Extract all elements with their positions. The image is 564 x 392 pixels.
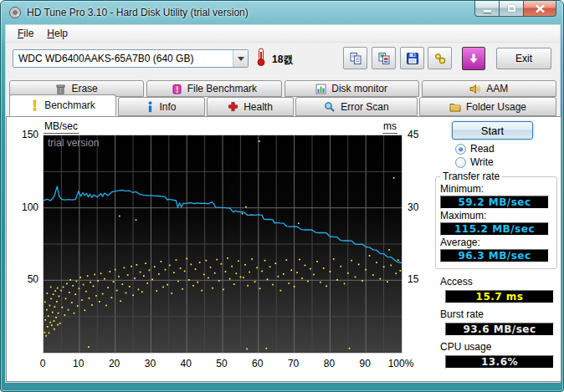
y-left-tick: 150 bbox=[10, 129, 38, 140]
read-radio-circle[interactable] bbox=[455, 144, 466, 155]
app-icon bbox=[8, 6, 22, 19]
window-controls bbox=[474, 1, 556, 17]
tab-label: Benchmark bbox=[44, 99, 95, 111]
info-icon bbox=[146, 101, 154, 113]
benchmark-panel: MB/sec ms 150100504530150102030405060708… bbox=[6, 116, 561, 382]
benchmark-chart: trial version bbox=[43, 135, 402, 354]
close-icon bbox=[536, 5, 545, 13]
access-label: Access bbox=[440, 276, 473, 288]
x-tick: 100% bbox=[388, 358, 414, 369]
tab-label: Folder Usage bbox=[466, 101, 526, 113]
menu-file[interactable]: File bbox=[11, 25, 40, 42]
y-left-tick: 100 bbox=[10, 201, 38, 213]
x-tick: 30 bbox=[145, 358, 156, 369]
client-area: FileHelp WDC WD6400AAKS-65A7B0 (640 GB) … bbox=[5, 24, 561, 383]
tab-error-scan[interactable]: Error Scan bbox=[295, 97, 418, 116]
exit-button[interactable]: Exit bbox=[496, 48, 551, 69]
options-button[interactable] bbox=[428, 47, 452, 69]
x-tick: 40 bbox=[181, 358, 192, 369]
tab-label: Health bbox=[244, 101, 273, 113]
speaker-icon bbox=[469, 84, 481, 94]
average-value: 96.3 MB/sec bbox=[440, 249, 549, 262]
trial-watermark: trial version bbox=[48, 137, 99, 149]
close-button[interactable] bbox=[523, 1, 556, 17]
y-left-tick: 50 bbox=[10, 273, 38, 285]
titlebar[interactable]: HD Tune Pro 3.10 - Hard Disk Utility (tr… bbox=[1, 1, 563, 24]
y-right-tick: 45 bbox=[408, 129, 418, 140]
read-label: Read bbox=[470, 143, 495, 155]
download-icon bbox=[468, 53, 479, 64]
y-left-axis-title: MB/sec bbox=[44, 120, 79, 134]
tab-file-benchmark[interactable]: File Benchmark bbox=[146, 80, 281, 97]
folder-icon bbox=[449, 102, 461, 112]
tab-label: File Benchmark bbox=[187, 83, 257, 94]
tab-label: Error Scan bbox=[341, 101, 388, 113]
health-icon bbox=[228, 101, 238, 112]
burst-rate-label: Burst rate bbox=[440, 308, 484, 320]
chevron-down-icon[interactable] bbox=[233, 50, 248, 67]
start-button[interactable]: Start bbox=[452, 121, 533, 140]
x-tick: 0 bbox=[40, 358, 46, 369]
x-tick: 60 bbox=[252, 358, 263, 369]
average-label: Average: bbox=[440, 237, 556, 248]
app-window: HD Tune Pro 3.10 - Hard Disk Utility (tr… bbox=[0, 0, 564, 392]
transfer-rate-legend: Transfer rate bbox=[440, 171, 502, 182]
maximum-value: 115.2 MB/sec bbox=[440, 222, 549, 236]
start-label: Start bbox=[481, 125, 504, 137]
tab-label: Disk monitor bbox=[331, 83, 387, 94]
tab-label: Erase bbox=[71, 83, 97, 94]
write-radio[interactable]: Write bbox=[455, 156, 494, 168]
burst-rate-value: 93.6 MB/sec bbox=[445, 323, 554, 336]
maximize-button[interactable] bbox=[500, 1, 523, 17]
maximize-icon bbox=[508, 5, 515, 12]
tab-label: Info bbox=[159, 101, 176, 113]
thermometer-icon bbox=[256, 48, 266, 69]
minimize-icon bbox=[484, 10, 491, 13]
tab-label: AAM bbox=[486, 83, 508, 94]
save-icon bbox=[406, 52, 419, 65]
x-tick: 50 bbox=[216, 358, 227, 369]
minimum-value: 59.2 MB/sec bbox=[440, 196, 549, 209]
disk-monitor-icon bbox=[315, 84, 326, 94]
tab-info[interactable]: Info bbox=[118, 97, 205, 116]
tab-aam[interactable]: AAM bbox=[422, 80, 556, 97]
window-title: HD Tune Pro 3.10 - Hard Disk Utility (tr… bbox=[27, 7, 249, 18]
copy-text-icon bbox=[349, 52, 362, 65]
y-right-tick: 15 bbox=[408, 273, 418, 285]
transfer-rate-group: Transfer rate Minimum: 59.2 MB/sec Maxim… bbox=[435, 171, 557, 269]
tab-health[interactable]: Health bbox=[207, 97, 294, 116]
toolbar: WDC WD6400AAKS-65A7B0 (640 GB) 18캜 Exit bbox=[6, 43, 560, 79]
copy-text-button[interactable] bbox=[343, 47, 367, 69]
x-tick: 10 bbox=[73, 358, 84, 369]
copy-image-icon bbox=[377, 52, 391, 65]
maximum-label: Maximum: bbox=[440, 210, 556, 221]
copy-image-button[interactable] bbox=[372, 47, 396, 69]
chart-canvas bbox=[44, 135, 402, 353]
error-scan-icon bbox=[324, 101, 336, 113]
save-button[interactable] bbox=[400, 47, 424, 69]
tab-folder-usage[interactable]: Folder Usage bbox=[419, 97, 556, 116]
y-right-axis-title: ms bbox=[382, 120, 397, 134]
drive-select-value: WDC WD6400AAKS-65A7B0 (640 GB) bbox=[13, 50, 233, 67]
tab-disk-monitor[interactable]: Disk monitor bbox=[285, 80, 419, 97]
access-value: 15.7 ms bbox=[445, 290, 554, 303]
tab-benchmark[interactable]: Benchmark bbox=[9, 94, 116, 116]
temperature-value: 18캜 bbox=[272, 53, 293, 67]
read-radio[interactable]: Read bbox=[455, 143, 495, 155]
exit-label: Exit bbox=[515, 53, 532, 64]
menu-help[interactable]: Help bbox=[40, 25, 74, 42]
write-radio-circle[interactable] bbox=[455, 157, 466, 168]
cpu-usage-value: 13.6% bbox=[445, 355, 554, 369]
minimum-label: Minimum: bbox=[440, 183, 556, 195]
download-button[interactable] bbox=[462, 47, 485, 70]
minimize-button[interactable] bbox=[474, 1, 500, 17]
x-tick: 90 bbox=[360, 358, 371, 369]
cpu-usage-label: CPU usage bbox=[440, 341, 491, 353]
trash-icon bbox=[55, 84, 66, 94]
options-icon bbox=[433, 52, 447, 65]
tab-row-primary: BenchmarkInfoHealthError ScanFolder Usag… bbox=[6, 97, 560, 116]
drive-select[interactable]: WDC WD6400AAKS-65A7B0 (640 GB) bbox=[13, 49, 249, 68]
menubar: FileHelp bbox=[6, 25, 560, 43]
y-right-tick: 30 bbox=[408, 201, 418, 213]
x-tick: 70 bbox=[288, 358, 299, 369]
